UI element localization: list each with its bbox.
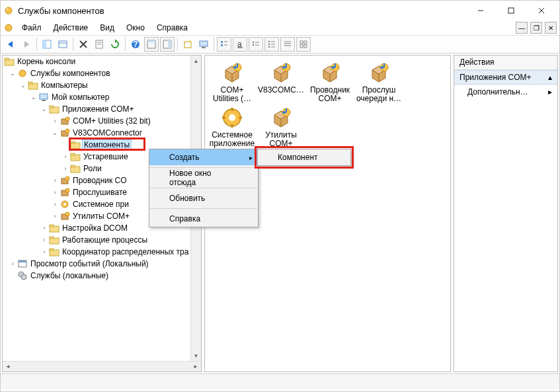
expander-icon[interactable]: › bbox=[50, 188, 60, 197]
expander-icon[interactable]: › bbox=[50, 116, 60, 126]
expander-icon[interactable]: ⌄ bbox=[19, 81, 28, 90]
tree-event-viewer[interactable]: ›Просмотр событий (Локальный) bbox=[3, 258, 201, 270]
svg-point-88 bbox=[21, 274, 26, 280]
package-gear-icon bbox=[60, 199, 70, 210]
close-button[interactable] bbox=[526, 1, 557, 20]
svg-rect-10 bbox=[43, 40, 46, 48]
list-view-2-button[interactable] bbox=[264, 37, 279, 52]
tree-v83[interactable]: ⌄V83COMConnector bbox=[3, 127, 201, 139]
nav-back-button[interactable] bbox=[3, 37, 18, 52]
context-separator bbox=[150, 208, 257, 209]
detail-view-2-button[interactable] bbox=[296, 37, 311, 52]
package-icon bbox=[220, 61, 244, 85]
properties-button[interactable] bbox=[56, 37, 70, 52]
svg-rect-25 bbox=[184, 42, 191, 48]
submenu-arrow-icon: ▸ bbox=[249, 154, 253, 161]
listview-item[interactable]: COM+ Utilities (… bbox=[208, 61, 257, 103]
computer-button[interactable] bbox=[196, 37, 211, 52]
expander-icon[interactable]: ⌄ bbox=[8, 69, 17, 78]
list-view-button[interactable] bbox=[249, 37, 263, 52]
expander-icon[interactable]: › bbox=[8, 259, 17, 268]
tree-local-services[interactable]: Службы (локальные) bbox=[3, 270, 201, 282]
expander-icon[interactable]: › bbox=[40, 247, 49, 256]
maximize-button[interactable] bbox=[496, 1, 526, 20]
expander-icon[interactable]: ⌄ bbox=[29, 93, 38, 102]
refresh-button[interactable] bbox=[108, 37, 122, 52]
context-menu-refresh[interactable]: Обновить bbox=[149, 190, 258, 206]
expander-icon[interactable]: ⌄ bbox=[50, 128, 60, 137]
package-icon bbox=[60, 128, 70, 138]
view-mode-2-button[interactable] bbox=[160, 37, 175, 52]
window-title: Службы компонентов bbox=[15, 6, 465, 16]
svg-point-39 bbox=[268, 41, 270, 42]
expander-icon[interactable]: › bbox=[61, 164, 70, 173]
svg-rect-27 bbox=[200, 41, 208, 46]
menu-action[interactable]: Действие bbox=[48, 22, 94, 34]
tree-root[interactable]: Корень консоли bbox=[3, 56, 201, 67]
context-menu-create[interactable]: Создать ▸ Компонент bbox=[149, 149, 258, 165]
props-button[interactable] bbox=[92, 37, 106, 52]
computer-icon bbox=[38, 92, 49, 102]
svg-rect-28 bbox=[202, 47, 206, 48]
listview-item[interactable]: Системное приложение bbox=[208, 106, 257, 148]
expander-icon[interactable]: › bbox=[50, 212, 60, 221]
icon-view-2-button[interactable]: a bbox=[233, 37, 247, 52]
package-icon bbox=[60, 116, 70, 126]
tree-component-services[interactable]: ⌄Службы компонентов bbox=[3, 67, 201, 79]
detail-view-button[interactable] bbox=[280, 37, 295, 52]
tree-processes[interactable]: ›Работающие процессы bbox=[3, 234, 201, 246]
package-icon bbox=[318, 61, 342, 85]
menu-file[interactable]: Файл bbox=[17, 22, 47, 34]
show-tree-button[interactable] bbox=[40, 37, 54, 52]
app-icon bbox=[3, 5, 14, 16]
menu-view[interactable]: Вид bbox=[95, 22, 120, 34]
menu-window[interactable]: Окно bbox=[121, 22, 150, 34]
tree-my-computer[interactable]: ⌄Мой компьютер bbox=[3, 91, 201, 103]
actions-header: Действия bbox=[454, 56, 557, 70]
tree-com-apps[interactable]: ⌄Приложения COM+ bbox=[3, 103, 201, 115]
minimize-button[interactable] bbox=[465, 1, 496, 20]
expander-icon[interactable]: › bbox=[61, 152, 70, 161]
tree-com-utils-32[interactable]: ›COM+ Utilities (32 bit) bbox=[3, 115, 201, 127]
mdi-restore-button[interactable]: ❐ bbox=[530, 22, 542, 34]
context-help-label: Справка bbox=[169, 214, 200, 223]
svg-marker-26 bbox=[189, 40, 191, 42]
mdi-close-button[interactable]: ✕ bbox=[545, 22, 557, 34]
expander-icon[interactable]: › bbox=[50, 176, 60, 185]
tree-coordinator[interactable]: ›Координатор распределенных тра bbox=[3, 246, 201, 258]
nav-forward-button[interactable] bbox=[19, 37, 34, 52]
new-item-button[interactable] bbox=[180, 37, 195, 52]
gear-icon bbox=[17, 68, 28, 79]
listview-item[interactable]: V83COMC… bbox=[257, 61, 305, 103]
tree-hscrollbar[interactable]: ◄► bbox=[3, 361, 201, 372]
svg-rect-80 bbox=[50, 225, 54, 227]
svg-point-6 bbox=[5, 24, 12, 31]
folder-icon bbox=[70, 151, 81, 162]
svg-rect-84 bbox=[50, 249, 54, 251]
context-menu-new-window[interactable]: Новое окно отсюда bbox=[149, 170, 258, 186]
context-submenu-component[interactable]: Компонент bbox=[258, 149, 350, 165]
package-icon bbox=[60, 211, 70, 221]
tree-computers[interactable]: ⌄Компьютеры bbox=[3, 79, 201, 91]
svg-point-78 bbox=[65, 212, 69, 216]
listview-item[interactable]: Прослуш очереди н… bbox=[354, 61, 403, 103]
expander-icon[interactable]: › bbox=[40, 223, 49, 233]
svg-text:?: ? bbox=[133, 40, 138, 49]
svg-point-1 bbox=[7, 9, 8, 10]
folder-icon bbox=[70, 163, 81, 174]
svg-rect-50 bbox=[300, 45, 303, 48]
listview-item[interactable]: Проводник COM+ bbox=[305, 61, 354, 103]
actions-band[interactable]: Приложения COM+ ▴ bbox=[454, 70, 557, 85]
mdi-minimize-button[interactable]: — bbox=[516, 22, 528, 34]
menu-help[interactable]: Справка bbox=[151, 22, 193, 34]
actions-more-item[interactable]: Дополнительн… ▸ bbox=[454, 85, 557, 99]
listview-item[interactable]: Утилиты COM+ bbox=[257, 106, 305, 148]
expander-icon[interactable]: › bbox=[40, 235, 49, 245]
view-mode-1-button[interactable] bbox=[144, 37, 159, 52]
context-menu-help[interactable]: Справка bbox=[149, 211, 258, 227]
icon-view-1-button[interactable] bbox=[217, 37, 231, 52]
delete-button[interactable] bbox=[76, 37, 91, 52]
expander-icon[interactable]: › bbox=[50, 200, 60, 209]
help-button[interactable]: ? bbox=[128, 37, 143, 52]
expander-icon[interactable]: ⌄ bbox=[40, 104, 49, 114]
